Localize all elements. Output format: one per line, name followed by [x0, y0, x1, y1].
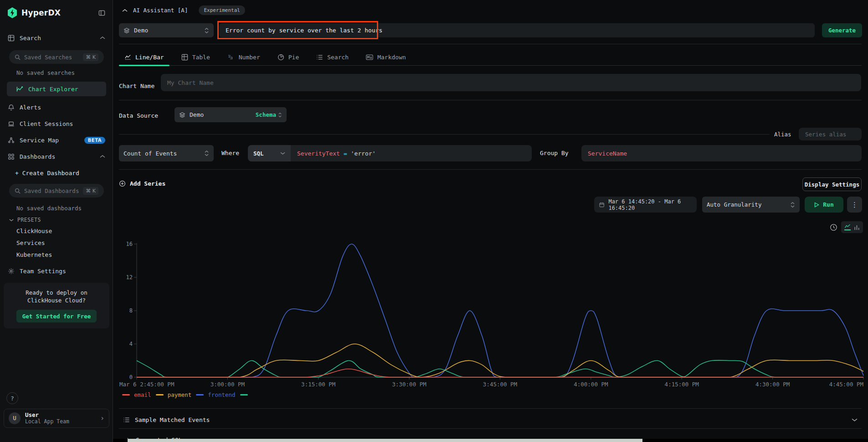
chart-name-input[interactable] — [161, 74, 861, 91]
app-title: HyperDX — [21, 8, 61, 17]
user-name: User — [25, 412, 100, 418]
create-dashboard-button[interactable]: + Create Dashboard — [0, 167, 113, 179]
preset-services[interactable]: Services — [0, 239, 113, 246]
chevron-up-icon[interactable] — [100, 36, 105, 40]
where-expression-input[interactable]: SeverityText = 'error' — [291, 145, 532, 161]
line-view-toggle[interactable] — [844, 224, 851, 230]
tab-label: Search — [327, 54, 349, 61]
tab-search[interactable]: Search — [311, 49, 354, 65]
number-icon: 13 — [227, 54, 235, 61]
legend-dash-icon — [156, 394, 164, 395]
shortcut-badge: ⌘ K — [83, 53, 98, 61]
list-icon — [123, 417, 130, 423]
time-toggle-button[interactable] — [828, 222, 838, 232]
table-icon — [181, 54, 188, 61]
legend-item[interactable]: payment — [156, 391, 192, 398]
tab-label: Markdown — [377, 54, 406, 61]
scrollbar-thumb[interactable] — [128, 439, 642, 442]
sidebar-item-team-settings[interactable]: Team Settings — [0, 265, 113, 277]
chart-type-toggle — [841, 221, 863, 233]
tab-number[interactable]: 13 Number — [222, 49, 266, 65]
bar-chart-icon — [854, 224, 860, 230]
svg-text:4: 4 — [129, 341, 133, 347]
assistant-source-select[interactable]: Demo — [119, 23, 214, 37]
svg-text:1: 1 — [228, 54, 230, 58]
generate-button[interactable]: Generate — [822, 23, 862, 37]
add-series-button[interactable]: Add Series — [119, 180, 165, 187]
play-icon — [814, 202, 819, 208]
svg-text:3:30:00 PM: 3:30:00 PM — [392, 381, 426, 388]
select-chevrons-icon — [204, 150, 209, 156]
saved-searches-placeholder: Saved Searches — [24, 54, 83, 61]
preset-clickhouse[interactable]: ClickHouse — [0, 228, 113, 234]
chevron-up-icon[interactable] — [100, 155, 105, 158]
data-source-label: Data Source — [119, 112, 158, 119]
display-settings-button[interactable]: Display Settings — [802, 177, 862, 191]
tab-pie[interactable]: Pie — [272, 49, 304, 65]
tab-label: Pie — [288, 54, 299, 61]
chart-explorer-icon — [16, 85, 23, 93]
chevron-right-icon: › — [100, 414, 104, 422]
select-chevrons-icon — [790, 202, 795, 208]
granularity-select[interactable]: Auto Granularity — [702, 197, 800, 213]
legend-item[interactable]: frontend — [196, 391, 235, 398]
collapse-sidebar-icon[interactable] — [98, 10, 105, 16]
add-series-label: Add Series — [130, 180, 165, 187]
svg-text:12: 12 — [126, 274, 133, 281]
tab-line-bar[interactable]: Line/Bar — [119, 49, 169, 65]
bar-view-toggle[interactable] — [854, 224, 860, 230]
saved-dashboards-placeholder: Saved Dashboards — [24, 187, 83, 194]
user-menu[interactable]: U User Local App Team › — [4, 409, 109, 428]
sidebar-item-search[interactable]: Search — [0, 32, 113, 44]
svg-text:3:45:00 PM: 3:45:00 PM — [483, 381, 517, 388]
time-range-picker[interactable]: Mar 6 14:45:20 - Mar 6 16:45:20 — [594, 197, 697, 213]
group-by-input[interactable]: ServiceName — [581, 145, 862, 161]
alias-label: Alias — [774, 131, 791, 138]
run-button[interactable]: Run — [805, 197, 843, 213]
sidebar-item-service-map[interactable]: Service Map BETA — [0, 134, 113, 146]
no-saved-searches-text: No saved searches — [0, 69, 113, 76]
group-by-label: Group By — [540, 150, 569, 156]
svg-text:Mar 6 2:45:00 PM: Mar 6 2:45:00 PM — [119, 381, 174, 388]
preset-kubernetes[interactable]: Kubernetes — [0, 251, 113, 258]
sidebar-item-chart-explorer[interactable]: Chart Explorer — [7, 82, 106, 96]
data-source-select[interactable]: Demo Schema — [175, 107, 287, 122]
aggregation-select[interactable]: Count of Events — [119, 145, 214, 161]
dashboards-icon — [7, 153, 15, 160]
run-label: Run — [823, 201, 833, 208]
legend-item[interactable] — [240, 394, 248, 395]
group-by-value: ServiceName — [588, 150, 627, 157]
legend-dash-icon — [240, 394, 248, 395]
language-select[interactable]: SQL — [248, 145, 291, 161]
sample-matched-events-accordion[interactable]: Sample Matched Events — [119, 412, 862, 427]
magnifier-icon — [15, 188, 21, 194]
sidebar-item-label: Chart Explorer — [28, 86, 78, 93]
presets-header[interactable]: PRESETS — [0, 217, 113, 223]
svg-text:4:15:00 PM: 4:15:00 PM — [665, 381, 699, 388]
sidebar-item-alerts[interactable]: Alerts — [0, 101, 113, 113]
legend-label: email — [134, 391, 151, 398]
sidebar-item-client-sessions[interactable]: Client Sessions — [0, 118, 113, 130]
help-button[interactable]: ? — [6, 392, 18, 404]
tab-table[interactable]: Table — [176, 49, 216, 65]
saved-searches-input[interactable]: Saved Searches ⌘ K — [9, 50, 104, 64]
alias-input[interactable] — [799, 128, 862, 140]
saved-dashboards-input[interactable]: Saved Dashboards ⌘ K — [9, 184, 104, 198]
circle-plus-icon — [119, 180, 126, 187]
where-expression-group: SQL SeverityText = 'error' — [248, 145, 532, 161]
horizontal-scrollbar[interactable] — [113, 439, 868, 442]
ai-prompt-input[interactable] — [219, 23, 815, 37]
get-started-button[interactable]: Get Started for Free — [16, 310, 97, 322]
svg-text:16: 16 — [126, 241, 133, 247]
service-map-icon — [7, 136, 15, 144]
sidebar-search-label: Search — [20, 35, 41, 42]
divider — [119, 44, 862, 44]
svg-text:8: 8 — [129, 307, 133, 314]
more-options-button[interactable]: ⋮ — [847, 197, 862, 213]
legend-item[interactable]: email — [122, 391, 151, 398]
sidebar-item-dashboards[interactable]: Dashboards — [0, 151, 113, 162]
tab-markdown[interactable]: Markdown — [360, 49, 411, 65]
time-series-chart[interactable]: 0481216Mar 6 2:45:00 PM3:00:00 PM3:15:00… — [113, 241, 868, 390]
ai-assistant-header[interactable]: AI Assistant [A] Experimental — [122, 5, 245, 15]
schema-link[interactable]: Schema — [256, 111, 282, 118]
